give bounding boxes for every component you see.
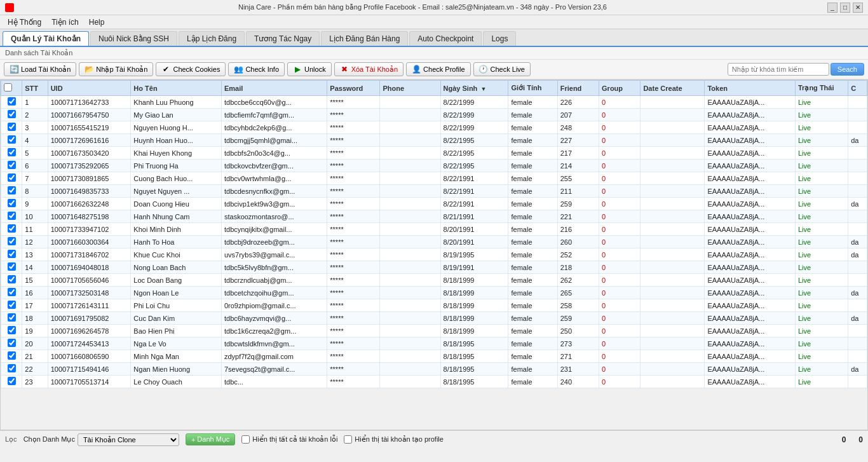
checkbox-show-profile[interactable] — [344, 435, 352, 444]
row-token-0: EAAAAUaZA8jA... — [705, 96, 796, 109]
table-row[interactable]: 22 100071715494146 Ngan Mien Huong 7seve… — [1, 363, 867, 376]
row-check-2[interactable] — [1, 121, 22, 134]
row-check-1[interactable] — [1, 109, 22, 121]
col-header-email[interactable]: Email — [221, 81, 327, 96]
col-header-phone[interactable]: Phone — [380, 81, 440, 96]
tab-autocheckpoint[interactable]: Auto Checkpoint — [409, 31, 482, 46]
row-phone-4 — [380, 147, 440, 160]
row-check-18[interactable] — [1, 325, 22, 337]
col-header-c[interactable]: C — [848, 81, 867, 96]
minimize-button[interactable]: _ — [827, 3, 837, 13]
table-row[interactable]: 11 100071733947102 Khoi Minh Dinh tdbcyn… — [1, 223, 867, 236]
table-row[interactable]: 13 100071731846702 Khue Cuc Khoi uvs7ryb… — [1, 248, 867, 261]
menu-hethong[interactable]: Hệ Thống — [3, 17, 46, 28]
search-button[interactable]: Seach — [831, 63, 864, 76]
row-phone-19 — [380, 337, 440, 350]
row-check-13[interactable] — [1, 261, 22, 274]
load-taikhoan-button[interactable]: 🔄 Load Tài Khoản — [4, 62, 76, 76]
table-row[interactable]: 12 100071660300364 Hanh To Hoa tdbcbj9dr… — [1, 236, 867, 248]
row-check-15[interactable] — [1, 287, 22, 299]
col-header-check[interactable] — [1, 81, 22, 96]
col-header-gioitinh[interactable]: Giới Tính — [508, 81, 557, 96]
menu-tienich[interactable]: Tiện ích — [46, 17, 84, 28]
tab-laplich[interactable]: Lập Lịch Đăng — [179, 31, 245, 46]
check-cookies-button[interactable]: ✔ Check Cookies — [156, 62, 226, 76]
table-row[interactable]: 9 100071662632248 Doan Cuong Hieu tdbciv… — [1, 198, 867, 210]
check-info-button[interactable]: 👥 Check Info — [228, 62, 285, 76]
row-check-5[interactable] — [1, 160, 22, 172]
danh-muc-button[interactable]: + Danh Mục — [186, 433, 235, 445]
table-row[interactable]: 17 100071726143111 Phi Loi Chu 0ro9zhpio… — [1, 299, 867, 312]
table-row[interactable]: 23 100071705513714 Le Choy Ouach tdbc...… — [1, 376, 867, 388]
col-header-datecreate[interactable]: Date Create — [641, 81, 705, 96]
col-header-hoten[interactable]: Ho Tên — [131, 81, 222, 96]
row-check-3[interactable] — [1, 134, 22, 147]
row-check-0[interactable] — [1, 96, 22, 109]
checkbox-show-loi[interactable] — [241, 435, 250, 444]
col-header-friend[interactable]: Friend — [557, 81, 599, 96]
tab-tuongtac[interactable]: Tương Tác Ngay — [246, 31, 320, 46]
table-row[interactable]: 14 100071694048018 Nong Loan Bach tdbc5k… — [1, 261, 867, 274]
menu-help[interactable]: Help — [84, 17, 110, 28]
row-check-4[interactable] — [1, 147, 22, 160]
table-row[interactable]: 8 100071649835733 Nguyet Nguyen ... tdbc… — [1, 185, 867, 198]
row-gioitinh-3: female — [508, 134, 557, 147]
table-row[interactable]: 1 100071713642733 Khanh Luu Phuong tdbcc… — [1, 96, 867, 109]
table-row[interactable]: 7 100071730891865 Cuong Bach Huo... tdbc… — [1, 172, 867, 185]
restore-button[interactable]: □ — [840, 3, 850, 13]
table-row[interactable]: 10 100071648275198 Hanh Nhung Cam stasko… — [1, 210, 867, 223]
row-stt-19: 20 — [22, 337, 48, 350]
table-row[interactable]: 18 100071691795082 Cuc Dan Kim tdbc6hayz… — [1, 312, 867, 325]
select-all-checkbox[interactable] — [4, 83, 12, 92]
row-check-20[interactable] — [1, 350, 22, 363]
row-check-7[interactable] — [1, 185, 22, 198]
col-header-ngaysinh[interactable]: Ngày Sinh ▼ — [440, 81, 508, 96]
check-profile-button[interactable]: 👤 Check Profile — [406, 62, 470, 76]
table-row[interactable]: 19 100071696264578 Bao Hien Phi tdbc1k6c… — [1, 325, 867, 337]
table-row[interactable]: 21 100071660806590 Minh Nga Man zdypf7f2… — [1, 350, 867, 363]
unlock-button[interactable]: ▶ Unlock — [287, 62, 332, 76]
row-check-17[interactable] — [1, 312, 22, 325]
row-ngaysinh-13: 8/19/1991 — [440, 261, 508, 274]
row-check-19[interactable] — [1, 337, 22, 350]
table-row[interactable]: 6 100071735292065 Phi Truong Ha tdbckovc… — [1, 160, 867, 172]
search-input[interactable] — [728, 63, 829, 76]
tab-nuoinick[interactable]: Nuôi Nick Bằng SSH — [90, 31, 177, 46]
row-hoten-10: Khoi Minh Dinh — [131, 223, 222, 236]
col-header-group[interactable]: Group — [599, 81, 641, 96]
table-row[interactable]: 15 100071705656046 Loc Doan Bang tdbcrzn… — [1, 274, 867, 287]
row-check-11[interactable] — [1, 236, 22, 248]
danh-muc-select[interactable]: Tài Khoản Clone — [78, 433, 179, 446]
table-row[interactable]: 4 100071726961616 Huynh Hoan Huo... tdbc… — [1, 134, 867, 147]
col-header-trangthai[interactable]: Trạng Thái — [796, 81, 848, 96]
table-row[interactable]: 5 100071673503420 Khai Huyen Khong tdbcb… — [1, 147, 867, 160]
row-check-22[interactable] — [1, 376, 22, 388]
tab-logs[interactable]: Logs — [483, 31, 516, 46]
row-check-9[interactable] — [1, 210, 22, 223]
table-row[interactable]: 3 100071655415219 Nguyen Huong H... tdbc… — [1, 121, 867, 134]
check-live-button[interactable]: 🕐 Check Live — [473, 62, 531, 76]
row-password-2: ***** — [327, 121, 380, 134]
row-gioitinh-18: female — [508, 325, 557, 337]
row-check-6[interactable] — [1, 172, 22, 185]
close-button[interactable]: ✕ — [853, 3, 863, 13]
row-check-16[interactable] — [1, 299, 22, 312]
col-header-password[interactable]: Password — [327, 81, 380, 96]
col-header-stt[interactable]: STT — [22, 81, 48, 96]
row-check-10[interactable] — [1, 223, 22, 236]
xoa-taikhoan-button[interactable]: ✖ Xóa Tài Khoản — [334, 62, 403, 76]
col-header-uid[interactable]: UID — [48, 81, 131, 96]
tab-lichdang[interactable]: Lịch Đăng Bán Hàng — [321, 31, 408, 46]
table-row[interactable]: 2 100071667954750 My Giao Lan tdbcfiemfc… — [1, 109, 867, 121]
row-check-14[interactable] — [1, 274, 22, 287]
table-row[interactable]: 20 100071724453413 Nga Le Vo tdbcwtsldkf… — [1, 337, 867, 350]
tab-quanly[interactable]: Quản Lý Tài Khoản — [3, 31, 89, 46]
nhap-taikhoan-button[interactable]: 📂 Nhập Tài Khoản — [79, 62, 153, 76]
row-ngaysinh-2: 8/22/1999 — [440, 121, 508, 134]
row-check-8[interactable] — [1, 198, 22, 210]
table-row[interactable]: 16 100071732503148 Ngon Hoan Le tdbcetch… — [1, 287, 867, 299]
row-check-12[interactable] — [1, 248, 22, 261]
col-header-token[interactable]: Token — [705, 81, 796, 96]
row-check-21[interactable] — [1, 363, 22, 376]
row-uid-16: 100071726143111 — [48, 299, 131, 312]
